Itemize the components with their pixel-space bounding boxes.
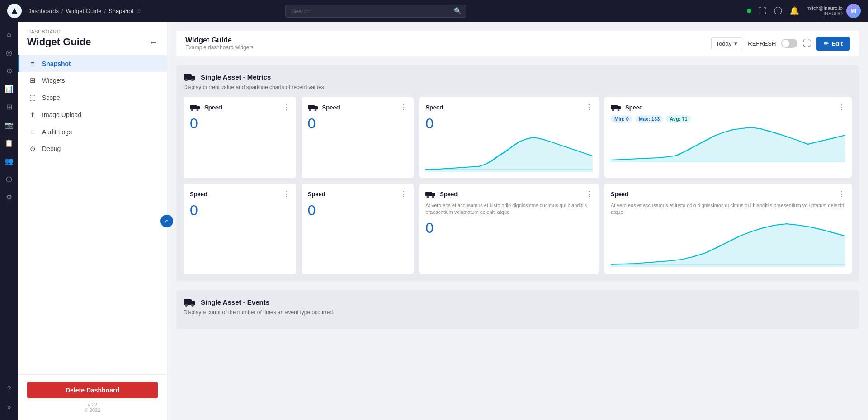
section-metrics-desc: Display current value and sparkline char… [184, 84, 852, 90]
svg-point-3 [185, 79, 188, 81]
sidebar-collapse-button[interactable]: « [160, 215, 173, 227]
sparkline-chart [425, 136, 593, 172]
widget-title: Speed [611, 191, 628, 198]
section-events-desc: Display a count of the number of times a… [184, 309, 852, 316]
fullscreen-icon[interactable]: ⛶ [803, 39, 811, 48]
breadcrumb-widget-guide[interactable]: Widget Guide [66, 8, 102, 14]
nav-item-icon: ⊙ [28, 145, 37, 153]
widget-speed-3: Speed ⋮ 0 [419, 97, 599, 178]
edit-button[interactable]: ✏ Edit [816, 37, 850, 51]
section-metrics-title: Single Asset - Metrics [201, 73, 271, 81]
nav-item-icon: ⊞ [28, 76, 37, 85]
svg-point-7 [191, 109, 193, 111]
widget-speed-2: Speed ⋮ 0 [302, 97, 414, 178]
back-button[interactable]: ← [149, 37, 158, 47]
user-org: INAURO [807, 11, 843, 16]
today-select[interactable]: Today ▾ [711, 37, 743, 50]
svg-point-8 [197, 109, 199, 111]
rail-search-icon[interactable]: ⊕ [2, 63, 16, 78]
rail-home-icon[interactable]: ⌂ [2, 27, 16, 42]
min-badge: Min: 0 [611, 115, 632, 123]
sidebar-footer: Delete Dashboard v 22 © 2022 [18, 374, 167, 420]
breadcrumb: Dashboards / Widget Guide / Snapshot ☆ [27, 7, 142, 14]
metric-value: 0 [308, 202, 408, 219]
sidebar-item-audit-logs[interactable]: ≡ Audit Logs [18, 123, 167, 140]
svg-point-4 [191, 79, 194, 81]
more-options-icon[interactable]: ⋮ [585, 190, 593, 198]
sidebar-title: Widget Guide [27, 36, 91, 48]
wg-subtitle: Example dashboard widgets [185, 44, 254, 51]
icon-rail: ⌂ ◎ ⊕ 📊 ⊞ 📷 📋 👥 ⬡ ⚙ ? » [0, 22, 18, 420]
chevron-down-icon: ▾ [734, 40, 737, 47]
search-input[interactable] [285, 5, 466, 18]
sidebar-item-scope[interactable]: ⬚ Scope [18, 89, 167, 106]
widget-title: Speed [190, 191, 208, 198]
widget-truck-icon [425, 190, 436, 198]
avatar: MI [846, 4, 861, 18]
max-badge: Max: 133 [635, 115, 663, 123]
sidebar-item-debug[interactable]: ⊙ Debug [18, 140, 167, 157]
nav-item-icon: ≡ [28, 128, 37, 136]
widget-truck-icon [308, 104, 319, 111]
svg-rect-1 [184, 74, 192, 80]
rail-chart-icon[interactable]: 📊 [2, 81, 16, 96]
refresh-label: REFRESH [748, 40, 776, 47]
truck-icon [184, 297, 196, 307]
more-options-icon[interactable]: ⋮ [585, 103, 593, 112]
nav-item-label: Snapshot [42, 60, 71, 67]
more-options-icon[interactable]: ⋮ [283, 190, 290, 198]
metric-value: 0 [308, 115, 408, 132]
rail-collapse-icon[interactable]: » [2, 400, 16, 415]
svg-rect-14 [611, 105, 618, 109]
main-layout: ⌂ ◎ ⊕ 📊 ⊞ 📷 📋 👥 ⬡ ⚙ ? » DASHBOARD Widget… [0, 22, 868, 420]
sidebar-item-widgets[interactable]: ⊞ Widgets [18, 72, 167, 89]
rail-location-icon[interactable]: ◎ [2, 45, 16, 60]
sparkline-chart [611, 222, 845, 267]
rail-clipboard-icon[interactable]: 📋 [2, 136, 16, 150]
widget-title: Speed [440, 191, 458, 198]
more-options-icon[interactable]: ⋮ [838, 190, 845, 198]
more-options-icon[interactable]: ⋮ [838, 103, 845, 112]
nav-item-label: Scope [42, 94, 60, 101]
svg-point-21 [427, 196, 429, 198]
wg-title: Widget Guide [185, 36, 254, 44]
nav-item-label: Image Upload [42, 111, 81, 118]
breadcrumb-dashboards[interactable]: Dashboards [27, 8, 59, 14]
nav-item-icon: ⬆ [28, 111, 37, 119]
rail-people-icon[interactable]: 👥 [2, 154, 16, 168]
section-events-title: Single Asset - Events [201, 298, 269, 306]
content-area: Widget Guide Example dashboard widgets T… [167, 22, 868, 420]
rail-network-icon[interactable]: ⬡ [2, 172, 16, 186]
more-options-icon[interactable]: ⋮ [283, 103, 290, 112]
info-icon[interactable]: ⓘ [774, 5, 782, 16]
delete-dashboard-button[interactable]: Delete Dashboard [27, 382, 158, 398]
widget-title: Speed [425, 104, 443, 111]
svg-rect-9 [308, 105, 315, 109]
nav-item-icon: ⬚ [28, 94, 37, 102]
svg-rect-15 [618, 106, 621, 109]
user-menu[interactable]: mitch@inauro.io INAURO MI [807, 4, 861, 18]
bell-icon[interactable]: 🔔 [789, 6, 799, 16]
rail-help-icon[interactable]: ? [2, 382, 16, 396]
widget-speed-7: Speed ⋮ At vero eos et accusamus et iust… [419, 184, 599, 274]
widget-speed-1: Speed ⋮ 0 [184, 97, 296, 178]
rail-camera-icon[interactable]: 📷 [2, 118, 16, 132]
more-options-icon[interactable]: ⋮ [400, 190, 407, 198]
star-icon[interactable]: ☆ [136, 7, 142, 14]
expand-icon[interactable]: ⛶ [759, 6, 767, 16]
rail-settings-icon[interactable]: ⚙ [2, 190, 16, 204]
sidebar: DASHBOARD Widget Guide ← ≡ Snapshot⊞ Wid… [18, 22, 167, 420]
sidebar-item-snapshot[interactable]: ≡ Snapshot [18, 55, 167, 72]
section-metrics: Single Asset - Metrics Display current v… [176, 65, 859, 281]
more-options-icon[interactable]: ⋮ [400, 103, 407, 112]
metric-badges: Min: 0 Max: 133 Avg: 71 [611, 115, 845, 123]
truck-icon [184, 72, 196, 81]
widget-guide-header: Widget Guide Example dashboard widgets T… [176, 31, 859, 56]
refresh-toggle[interactable] [781, 39, 797, 48]
svg-point-11 [309, 109, 311, 111]
sidebar-item-image-upload[interactable]: ⬆ Image Upload [18, 106, 167, 123]
widget-title: Speed [308, 191, 326, 198]
nav-item-label: Widgets [42, 77, 65, 84]
search-icon: 🔍 [454, 7, 462, 14]
rail-grid-icon[interactable]: ⊞ [2, 99, 16, 114]
